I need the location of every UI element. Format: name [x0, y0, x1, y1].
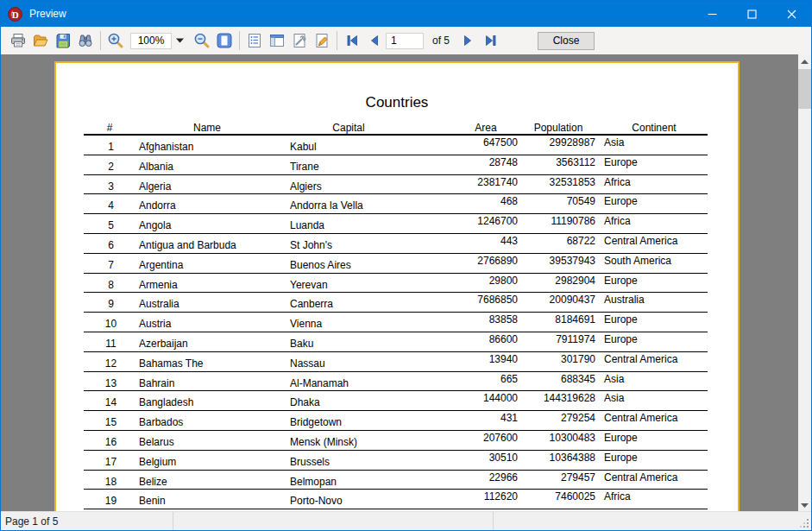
scroll-up-icon — [801, 60, 809, 64]
thumbnails-icon — [268, 32, 286, 49]
open-button[interactable] — [29, 29, 52, 52]
table-cell: 11190786 — [518, 214, 595, 233]
table-cell: Central America — [595, 411, 708, 430]
title-bar: D Preview — [1, 1, 811, 27]
scrollbar-thumb[interactable] — [798, 69, 811, 109]
print-button[interactable] — [7, 29, 29, 52]
table-cell: Luanda — [290, 214, 449, 233]
table-cell: Armenia — [138, 274, 290, 293]
first-page-button[interactable] — [341, 29, 363, 52]
table-row: 7ArgentinaBuenos Aires276689039537943Sou… — [84, 254, 708, 274]
page-number-input[interactable] — [386, 33, 424, 49]
last-page-icon — [483, 34, 498, 47]
table-cell: Angola — [138, 214, 290, 233]
table-row: 9AustraliaCanberra768685020090437Austral… — [84, 293, 708, 313]
status-panel — [173, 512, 494, 530]
column-header: Continent — [632, 122, 676, 134]
table-cell: Buenos Aires — [290, 254, 449, 273]
table-cell: 7460025 — [518, 490, 595, 509]
close-preview-button[interactable]: Close — [538, 32, 595, 50]
table-cell: 144000 — [449, 391, 518, 410]
table-cell: 70549 — [518, 194, 595, 213]
table-cell: Bangladesh — [138, 391, 290, 410]
window-title: Preview — [29, 8, 692, 20]
table-cell: 68722 — [518, 234, 595, 253]
table-cell: Belmopan — [290, 471, 449, 490]
outline-button[interactable] — [243, 29, 266, 52]
table-row: 1AfghanistanKabul64750029928987Asia — [84, 136, 708, 155]
table-cell: Belgium — [138, 451, 290, 470]
save-button[interactable] — [52, 29, 74, 52]
table-cell: 28748 — [449, 155, 518, 174]
table-cell: 443 — [449, 234, 518, 253]
table-cell: 83858 — [449, 313, 518, 332]
table-cell: Andorra la Vella — [290, 194, 449, 213]
zoom-level-combo[interactable]: 100% — [130, 33, 184, 49]
table-cell: 8 — [84, 274, 138, 293]
table-cell: 1 — [84, 136, 138, 155]
find-button[interactable] — [74, 29, 97, 52]
table-cell: Central America — [595, 352, 708, 371]
table-cell: Asia — [595, 136, 708, 155]
report-page: Countries #NameCapitalAreaPopulationCont… — [54, 61, 740, 513]
table-cell: 19 — [84, 490, 138, 509]
next-page-button[interactable] — [456, 29, 479, 52]
table-row: 3AlgeriaAlgiers238174032531853Africa — [84, 175, 708, 195]
maximize-button[interactable] — [732, 1, 771, 27]
table-cell: Porto-Novo — [290, 490, 449, 509]
table-cell: Albania — [138, 155, 290, 174]
column-header: Population — [534, 122, 583, 134]
whole-page-icon — [216, 32, 233, 49]
table-row: 13BahrainAl-Manamah665688345Asia — [84, 372, 708, 392]
whole-page-button[interactable] — [213, 29, 236, 52]
thumbnails-button[interactable] — [266, 29, 288, 52]
table-cell: 39537943 — [518, 254, 595, 273]
table-row: 4AndorraAndorra la Vella46870549Europe — [84, 194, 708, 214]
outline-icon — [246, 32, 263, 49]
table-cell: 11 — [84, 332, 138, 351]
last-page-button[interactable] — [479, 29, 501, 52]
table-cell: Baku — [290, 332, 449, 351]
table-cell: 2 — [84, 155, 138, 174]
zoom-in-button[interactable] — [104, 29, 127, 52]
table-cell: Central America — [595, 471, 708, 490]
table-cell: 86600 — [449, 332, 518, 351]
table-cell: Barbados — [138, 411, 290, 430]
table-cell: 13940 — [449, 352, 518, 371]
table-cell: Europe — [595, 274, 708, 293]
zoom-level-value[interactable]: 100% — [130, 33, 172, 49]
page-settings-button[interactable] — [288, 29, 311, 52]
table-cell: Afghanistan — [138, 136, 290, 155]
edit-page-button[interactable] — [311, 29, 333, 52]
table-header-row: #NameCapitalAreaPopulationContinent — [84, 122, 708, 136]
table-cell: Yerevan — [290, 274, 449, 293]
prev-page-button[interactable] — [363, 29, 386, 52]
table-cell: 14 — [84, 391, 138, 410]
table-cell: Central America — [595, 234, 708, 253]
table-cell: 112620 — [449, 490, 518, 509]
delphi-app-icon: D — [8, 7, 22, 22]
close-window-button[interactable] — [771, 1, 811, 27]
table-cell: Africa — [595, 490, 708, 509]
status-bar: Page 1 of 5 — [1, 511, 811, 530]
table-cell: 30510 — [449, 451, 518, 470]
table-cell: 10300483 — [518, 431, 595, 450]
table-cell: Australia — [595, 293, 708, 312]
table-cell: Algeria — [138, 175, 290, 194]
column-header: Area — [475, 122, 496, 134]
resize-grip[interactable] — [798, 517, 809, 528]
table-cell: 301790 — [518, 352, 595, 371]
table-cell: Africa — [595, 214, 708, 233]
minimize-button[interactable] — [692, 1, 732, 27]
scroll-up-button[interactable] — [798, 54, 811, 69]
page-settings-icon — [291, 32, 308, 49]
zoom-out-button[interactable] — [191, 29, 213, 52]
chevron-down-icon[interactable] — [176, 38, 184, 43]
status-page-info: Page 1 of 5 — [5, 515, 58, 528]
table-cell: 16 — [84, 431, 138, 450]
status-page-panel: Page 1 of 5 — [1, 512, 173, 530]
table-cell: Europe — [595, 451, 708, 470]
table-cell: Nassau — [290, 352, 449, 371]
vertical-scrollbar[interactable] — [798, 54, 811, 513]
table-cell: 4 — [84, 194, 138, 213]
